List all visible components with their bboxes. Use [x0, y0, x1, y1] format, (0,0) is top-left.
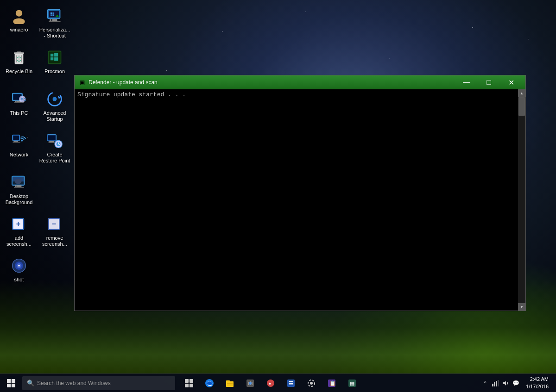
app2-icon: ☰: [286, 379, 296, 388]
tray-chevron[interactable]: ^: [480, 375, 490, 392]
tray-network-icon[interactable]: [491, 375, 500, 392]
remove-screenshot-label: remove screensh...: [39, 235, 70, 247]
winaero-label: winaero: [3, 27, 35, 33]
desktop-icon-remove-screenshot[interactable]: − remove screensh...: [38, 213, 71, 252]
cmd-scrollbar[interactable]: ▲ ▼: [518, 89, 525, 311]
clock-time: 2:42 AM: [530, 376, 549, 383]
svg-rect-10: [53, 14, 55, 16]
cmd-close-button[interactable]: ✕: [500, 75, 522, 89]
taskbar-app3[interactable]: 📋: [322, 374, 342, 392]
svg-rect-68: [12, 379, 15, 383]
svg-text:▦: ▦: [350, 380, 354, 386]
start-button[interactable]: [0, 374, 22, 392]
svg-text:PC: PC: [21, 97, 27, 102]
desktop-icon-row-6: + add screensh... − remove screensh...: [2, 213, 76, 252]
svg-rect-94: [496, 381, 497, 386]
svg-rect-73: [185, 384, 189, 387]
svg-rect-8: [53, 12, 55, 14]
svg-rect-74: [190, 384, 193, 387]
cmd-controls: — □ ✕: [456, 75, 522, 89]
desktop-icon-network[interactable]: Network: [2, 130, 36, 169]
tray-volume-icon[interactable]: [501, 375, 510, 392]
app3-icon: 📋: [327, 379, 336, 388]
cmd-maximize-button[interactable]: □: [478, 75, 499, 89]
scrollbar-down-arrow[interactable]: ▼: [518, 303, 525, 311]
desktop-icon-recycle-bin[interactable]: Recycle Bin: [2, 46, 36, 86]
app1-icon: ♦: [266, 379, 275, 388]
svg-rect-28: [14, 102, 24, 103]
cmd-minimize-button[interactable]: —: [456, 75, 477, 89]
task-view-icon: [185, 379, 193, 387]
tray-speech-icon[interactable]: 💬: [511, 375, 520, 392]
scrollbar-thumb[interactable]: [518, 97, 525, 116]
taskbar-center: ♦ ☰ 📋: [175, 374, 479, 392]
svg-point-33: [53, 97, 57, 101]
scrollbar-track[interactable]: [518, 97, 525, 303]
svg-rect-77: [226, 380, 230, 382]
svg-rect-7: [51, 12, 52, 14]
svg-point-81: [249, 382, 252, 385]
scrollbar-up-arrow[interactable]: ▲: [518, 89, 525, 97]
desktop-icon-personaliza[interactable]: Personaliza... - Shortcut: [38, 5, 71, 44]
desktop-icon-advanced-startup[interactable]: Advanced Startup: [38, 88, 71, 127]
svg-rect-54: [15, 185, 17, 187]
taskbar-task-view[interactable]: [179, 374, 199, 392]
svg-rect-67: [7, 379, 11, 383]
taskbar-app4[interactable]: ▦: [342, 374, 362, 392]
cmd-content[interactable]: Signature update started . . .: [75, 89, 518, 311]
svg-point-53: [15, 179, 21, 184]
svg-rect-22: [51, 57, 53, 60]
taskbar-right: ^ 💬 2:42 AM: [479, 375, 556, 392]
desktop-icon-procmon[interactable]: Procmon: [38, 46, 71, 86]
taskbar-app1[interactable]: ♦: [260, 374, 281, 392]
clock-date: 1/17/2016: [526, 383, 549, 390]
shot-icon: [10, 256, 28, 275]
svg-rect-6: [49, 21, 60, 22]
taskbar-file-explorer[interactable]: [220, 374, 240, 392]
taskbar-settings[interactable]: [301, 374, 322, 392]
file-explorer-icon: [225, 379, 234, 388]
svg-text:♦: ♦: [269, 381, 271, 386]
desktop-icon-winaero[interactable]: winaero: [2, 5, 36, 44]
desktop-icon-desktop-bg[interactable]: Desktop Background: [2, 171, 36, 211]
svg-text:−: −: [52, 219, 56, 228]
desktop-icon-row-5: Desktop Background: [2, 171, 76, 211]
svg-rect-5: [52, 19, 57, 21]
svg-point-0: [16, 10, 22, 16]
cmd-output-text: Signature update started . . .: [77, 91, 186, 98]
recycle-bin-icon: [10, 48, 28, 67]
desktop-icon-row-7: shot: [2, 255, 76, 294]
svg-rect-71: [185, 379, 189, 383]
procmon-label: Procmon: [39, 68, 70, 75]
desktop-icon-create-restore[interactable]: Create Restore Point: [38, 130, 71, 169]
svg-rect-4: [50, 19, 51, 21]
network-icon: [10, 131, 28, 150]
cmd-window: ▣ Defender - update and scan — □ ✕ Signa…: [74, 75, 526, 311]
procmon-icon: [45, 48, 64, 67]
svg-rect-41: [48, 135, 56, 140]
svg-rect-78: [227, 383, 233, 384]
desktop-icon-add-screenshot[interactable]: + add screensh...: [2, 213, 36, 252]
svg-rect-21: [54, 53, 58, 56]
create-restore-label: Create Restore Point: [39, 152, 70, 164]
desktop-bg-icon: [10, 173, 28, 192]
clock[interactable]: 2:42 AM 1/17/2016: [522, 376, 552, 390]
svg-rect-95: [498, 380, 499, 386]
svg-rect-79: [227, 385, 233, 386]
svg-rect-38: [13, 142, 20, 143]
svg-point-39: [21, 140, 23, 142]
desktop-icon-shot[interactable]: shot: [2, 255, 36, 294]
taskbar-app2[interactable]: ☰: [281, 374, 301, 392]
search-bar[interactable]: 🔍 Search the web and Windows: [22, 376, 175, 390]
recycle-bin-label: Recycle Bin: [3, 68, 35, 75]
svg-text:+: +: [16, 219, 20, 228]
windows-logo-icon: [7, 379, 15, 387]
taskbar-store[interactable]: [240, 374, 260, 392]
desktop-icon-row-2: Recycle Bin Procmon: [2, 46, 76, 86]
svg-rect-36: [13, 141, 15, 142]
cmd-titlebar[interactable]: ▣ Defender - update and scan — □ ✕: [75, 75, 525, 89]
svg-rect-72: [190, 379, 193, 383]
desktop-icon-this-pc[interactable]: PC This PC: [2, 88, 36, 127]
store-icon: [246, 379, 255, 388]
taskbar-edge[interactable]: [199, 374, 220, 392]
